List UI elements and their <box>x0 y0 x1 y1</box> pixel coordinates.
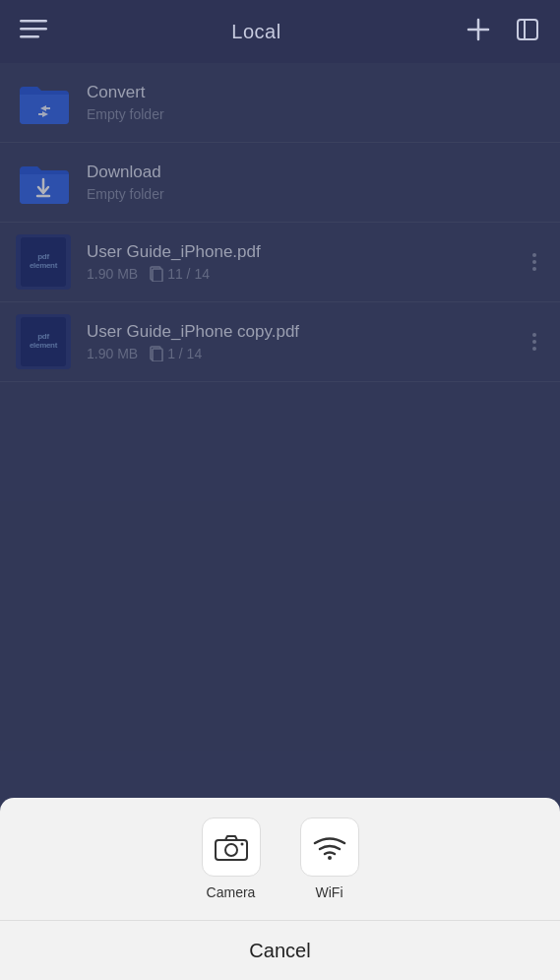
camera-label: Camera <box>207 884 256 900</box>
svg-point-14 <box>225 844 237 856</box>
bottom-options: Camera WiFi <box>0 798 560 921</box>
wifi-option-icon <box>300 817 359 877</box>
folder-convert-subtitle: Empty folder <box>87 106 544 122</box>
svg-rect-0 <box>20 20 47 23</box>
pdf-userguide-size: 1.90 MB <box>87 266 138 282</box>
svg-rect-1 <box>20 28 47 31</box>
more-options-button[interactable] <box>525 325 544 359</box>
page-title: Local <box>231 21 280 43</box>
pdf-userguidecopy-name: User Guide_iPhone copy.pdf <box>87 322 525 342</box>
pdf-userguide-pages: 11 / 14 <box>148 266 210 282</box>
svg-point-15 <box>240 843 243 846</box>
bottom-sheet: Camera WiFi Cancel <box>0 798 560 980</box>
notes-icon[interactable] <box>515 17 540 46</box>
svg-rect-10 <box>153 269 162 282</box>
hamburger-icon[interactable] <box>20 20 47 43</box>
pdf-userguidecopy-size: 1.90 MB <box>87 346 138 361</box>
svg-rect-2 <box>20 35 39 38</box>
folder-convert-icon <box>16 75 71 130</box>
cancel-label: Cancel <box>249 940 310 962</box>
pdf-userguide-name: User Guide_iPhone.pdf <box>87 242 525 262</box>
list-item[interactable]: pdf element User Guide_iPhone.pdf 1.90 M… <box>0 223 560 302</box>
pdf-userguidecopy-info: User Guide_iPhone copy.pdf 1.90 MB 1 / 1… <box>87 322 525 361</box>
camera-option[interactable]: Camera <box>202 817 261 900</box>
pdf-userguidecopy-pages: 1 / 14 <box>148 346 202 361</box>
wifi-label: WiFi <box>316 884 343 900</box>
header-actions <box>466 17 540 46</box>
list-item[interactable]: pdf element User Guide_iPhone copy.pdf 1… <box>0 302 560 382</box>
folder-convert-info: Convert Empty folder <box>87 83 544 122</box>
wifi-option[interactable]: WiFi <box>300 817 359 900</box>
folder-download-name: Download <box>87 163 544 182</box>
svg-rect-12 <box>153 349 162 361</box>
cancel-button[interactable]: Cancel <box>0 921 560 980</box>
pdf-userguidecopy-icon: pdf element <box>16 314 71 369</box>
header: Local <box>0 0 560 63</box>
add-icon[interactable] <box>466 17 491 46</box>
pdf-userguide-icon: pdf element <box>16 234 71 290</box>
file-list: Convert Empty folder Download Empty fold… <box>0 63 560 382</box>
folder-download-subtitle: Empty folder <box>87 186 544 202</box>
pdf-userguide-info: User Guide_iPhone.pdf 1.90 MB 11 / 14 <box>87 242 525 282</box>
folder-download-icon <box>16 155 71 210</box>
svg-point-16 <box>328 856 332 860</box>
folder-convert-name: Convert <box>87 83 544 102</box>
camera-option-icon <box>202 817 261 877</box>
list-item[interactable]: Convert Empty folder <box>0 63 560 143</box>
svg-rect-5 <box>518 20 537 39</box>
folder-download-info: Download Empty folder <box>87 163 544 202</box>
more-options-button[interactable] <box>525 245 544 279</box>
list-item[interactable]: Download Empty folder <box>0 143 560 223</box>
